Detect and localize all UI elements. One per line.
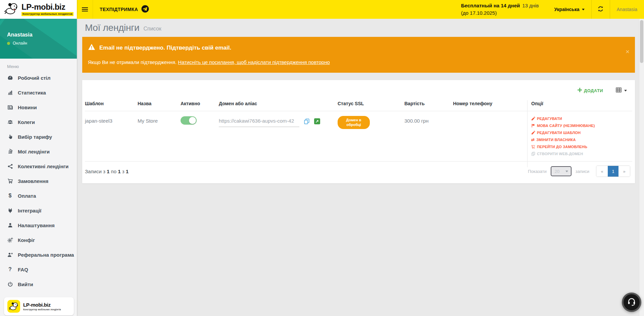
refresh-button[interactable] <box>592 0 610 19</box>
refresh-icon <box>597 6 604 13</box>
support-link[interactable]: ТЕХПІДТРИМКА <box>93 0 154 19</box>
column-header-active: Активно <box>181 101 219 106</box>
scrollbar-thumb[interactable] <box>640 20 643 63</box>
pagination-prev-button[interactable]: « <box>596 166 608 177</box>
topbar-username[interactable]: Anastasia <box>610 0 644 19</box>
footer-logo-title: LP-mobi.biz <box>23 302 61 308</box>
sidebar-item-collective-landings[interactable]: Колективні лендінги <box>0 159 77 174</box>
page-size-select[interactable]: 20 <box>551 166 572 176</box>
sidebar-item-label: Новини <box>18 105 37 110</box>
sidebar-item-label: Налаштування <box>18 223 55 228</box>
sidebar-item-label: Конфіг <box>18 237 35 243</box>
show-label: Показати <box>528 169 547 174</box>
option-edit-template[interactable]: РЕДАГУВАТИ ШАБЛОН <box>531 131 632 135</box>
resend-confirmation-link[interactable]: Натисніть це посилання, щоб надіслати пі… <box>178 59 330 65</box>
sidebar-item-label: Оплата <box>18 193 36 199</box>
landings-card: ДОДАТИ Шаблон Назва Активно Домен або ал… <box>82 80 635 183</box>
cell-price: 300.00 грн <box>404 115 453 124</box>
card-toolbar: ДОДАТИ <box>85 80 632 98</box>
open-site-icon[interactable]: ↗ <box>314 118 320 124</box>
active-toggle[interactable] <box>181 116 197 125</box>
online-status-label: Онлайн <box>13 41 27 46</box>
table-header-row: Шаблон Назва Активно Домен або аліас Ста… <box>85 98 632 111</box>
option-edit[interactable]: РЕДАГУВАТИ <box>531 117 632 121</box>
sidebar-user-name: Anastasia <box>7 32 77 38</box>
sidebar-item-referral[interactable]: Реферальна програма <box>0 247 77 262</box>
column-visibility-button[interactable] <box>616 87 627 94</box>
sidebar-item-colleagues[interactable]: Колеги <box>0 115 77 129</box>
sidebar-user-status: Онлайн <box>7 41 77 46</box>
sidebar-user-panel: Anastasia Онлайн <box>0 19 77 59</box>
logo-title: LP-mobi.biz <box>21 3 73 11</box>
online-status-dot <box>7 42 10 45</box>
option-site-language[interactable]: МОВА САЙТУ (НЕЗМІНЮВАНЕ) <box>531 124 632 128</box>
add-landing-button[interactable]: ДОДАТИ <box>578 88 603 93</box>
sidebar-item-label: Вибір тарифу <box>18 134 52 140</box>
alert-title-row: Email не підтверджено. Підтвердіть свій … <box>88 44 620 52</box>
vertical-scrollbar[interactable] <box>639 19 644 316</box>
sidebar-item-tariff[interactable]: Вибір тарифу <box>0 129 77 144</box>
sidebar-item-orders[interactable]: Замовлення <box>0 174 77 188</box>
footer-logo-subtitle: Конструктор мобільних лендінгів <box>23 308 61 311</box>
option-label: РЕДАГУВАТИ ШАБЛОН <box>537 131 581 135</box>
plus-icon <box>578 88 582 93</box>
sidebar-item-faq[interactable]: ? FAQ <box>0 262 77 277</box>
copy-icon[interactable] <box>304 118 310 124</box>
colleagues-icon <box>7 119 13 125</box>
page-size-value: 20 <box>555 169 559 174</box>
app-logo[interactable]: LP-mobi.biz Конструктор мобильных лендин… <box>0 0 77 19</box>
user-plus-icon <box>7 252 13 258</box>
sidebar-item-label: Інтеграції <box>18 208 41 213</box>
stats-icon <box>7 89 13 96</box>
pagination-next-button[interactable]: » <box>618 166 630 177</box>
table-footer: Записи з 1 по 1 з 1 Показати 20 записи «… <box>85 161 632 182</box>
alert-text: Якщо Ви не отримали підтвердження. Натис… <box>88 59 620 65</box>
menu-section-label: Меню <box>7 64 77 69</box>
pagination-controls: Показати 20 записи « 1 » <box>528 166 630 177</box>
sidebar-item-payment[interactable]: $ Оплата <box>0 188 77 203</box>
domain-input[interactable] <box>219 115 299 127</box>
cell-domain: ↗ <box>219 115 338 127</box>
sidebar-item-statistics[interactable]: Статистика <box>0 85 77 100</box>
option-label: ЗМІНИТИ ВЛАСНИКА <box>536 138 576 142</box>
cogs-icon <box>7 237 13 243</box>
column-header-domain: Домен або аліас <box>219 101 338 106</box>
support-chat-button[interactable] <box>622 293 641 312</box>
trial-plan: Бесплатный на 14 дней <box>461 3 520 8</box>
language-selector[interactable]: Українська <box>547 0 591 19</box>
sidebar-item-settings[interactable]: Налаштування <box>0 218 77 233</box>
option-change-owner[interactable]: ⇄ ЗМІНИТИ ВЛАСНИКА <box>531 138 632 142</box>
badge-line1: Домен в <box>346 118 361 122</box>
sidebar-item-label: Робочий стіл <box>18 75 51 81</box>
close-icon[interactable]: × <box>626 48 630 55</box>
cell-name: My Store <box>138 115 181 124</box>
option-go-to-orders[interactable]: ПЕРЕЙТИ ДО ЗАМОВЛЕНЬ <box>531 145 632 149</box>
option-label: ПЕРЕЙТИ ДО ЗАМОВЛЕНЬ <box>537 145 587 149</box>
pagination-page-1[interactable]: 1 <box>608 166 618 177</box>
sidebar: Anastasia Онлайн Меню Робочий стіл Стати… <box>0 19 77 316</box>
sidebar-item-dashboard[interactable]: Робочий стіл <box>0 70 77 85</box>
alert-title: Email не підтверджено. Підтвердіть свій … <box>99 45 231 51</box>
sidebar-footer-logo[interactable]: LP-mobi.biz Конструктор мобільних лендін… <box>4 297 74 315</box>
hamburger-menu-icon[interactable] <box>77 0 93 19</box>
trial-days-left: 13 днів <box>522 3 539 8</box>
sidebar-item-label: Вийти <box>18 281 33 287</box>
warning-icon <box>88 44 95 52</box>
logo-subtitle: Конструктор мобильных лендингов <box>21 12 73 16</box>
sidebar-item-integrations[interactable]: Інтеграції <box>0 203 77 218</box>
sidebar-item-news[interactable]: Новини <box>0 100 77 115</box>
sidebar-item-logout[interactable]: Вийти <box>0 277 77 292</box>
dog-mascot-icon <box>7 300 20 313</box>
telegram-icon[interactable] <box>141 5 149 14</box>
sidebar-item-my-landings[interactable]: Мої лендінги <box>0 144 77 159</box>
column-header-price: Вартість <box>404 101 453 106</box>
cell-ssl-status: Домен в обробці <box>338 115 404 129</box>
sidebar-item-label: Реферальна програма <box>18 252 74 258</box>
sidebar-item-config[interactable]: Конфіг <box>0 233 77 247</box>
records-label: записи <box>576 169 589 174</box>
dog-mascot-icon <box>4 2 19 17</box>
power-icon <box>7 281 13 287</box>
dashboard-icon <box>7 75 13 81</box>
page-title: Мої лендінги <box>85 22 139 33</box>
main-content: Мої лендінги Список Email не підтверджен… <box>77 19 639 316</box>
